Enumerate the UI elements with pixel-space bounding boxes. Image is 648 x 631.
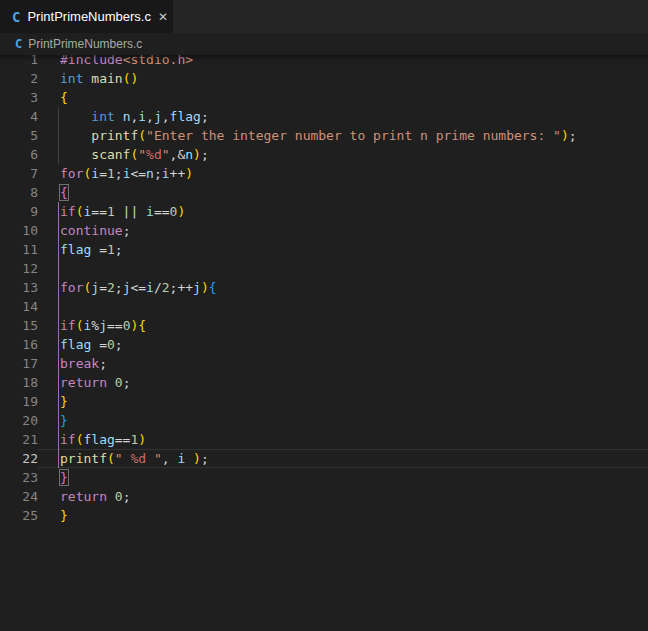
code-token: %d [130, 451, 146, 466]
code-token: j [193, 280, 201, 295]
breadcrumb-file-label: PrintPrimeNumbers.c [28, 37, 142, 51]
code-token: ; [154, 166, 162, 181]
code-token: 2 [107, 280, 115, 295]
code-line-content: } [38, 392, 648, 411]
code-line[interactable]: 7for(i=1;i<=n;i++) [0, 164, 648, 183]
code-line[interactable]: 3{ [0, 88, 648, 107]
line-number: 14 [0, 297, 38, 316]
code-token [107, 489, 115, 504]
code-token: == [115, 432, 131, 447]
active-bracket-guide [58, 335, 59, 354]
line-number: 3 [0, 88, 38, 107]
active-bracket-guide [58, 392, 59, 411]
active-bracket-guide [58, 259, 59, 278]
line-number: 21 [0, 430, 38, 449]
code-token: i [146, 280, 154, 295]
code-token: = [99, 280, 107, 295]
code-line[interactable]: 6 scanf("%d",&n); [0, 145, 648, 164]
active-bracket-guide [58, 411, 59, 430]
code-token: #include [60, 55, 123, 67]
indent-guide [58, 107, 59, 126]
code-token: 0 [107, 337, 115, 352]
code-token: int [91, 109, 114, 124]
line-number: 9 [0, 202, 38, 221]
active-bracket-guide [58, 430, 59, 449]
code-line-content: int n,i,j,flag; [38, 107, 648, 126]
code-token: ; [201, 147, 209, 162]
code-line-content [38, 259, 648, 278]
code-token: { [209, 280, 217, 295]
code-token: <= [130, 280, 146, 295]
code-token: if [60, 432, 76, 447]
code-token: = [91, 337, 107, 352]
code-token: j [99, 318, 107, 333]
code-line[interactable]: 1#include<stdio.h> [0, 55, 648, 69]
code-line[interactable]: 12 [0, 259, 648, 278]
code-token: n [185, 147, 193, 162]
line-number: 20 [0, 411, 38, 430]
code-token: = [99, 166, 107, 181]
code-token: i [162, 166, 170, 181]
active-bracket-guide [58, 316, 59, 335]
breadcrumb[interactable]: C PrintPrimeNumbers.c [0, 33, 648, 55]
code-line[interactable]: 14 [0, 297, 648, 316]
code-area[interactable]: 1#include<stdio.h>2int main()3{4 int n,i… [0, 55, 648, 525]
code-token: ; [123, 375, 131, 390]
matched-bracket: { [60, 185, 68, 200]
code-line[interactable]: 17break; [0, 354, 648, 373]
code-line[interactable]: 21if(flag==1) [0, 430, 648, 449]
code-line[interactable]: 24return 0; [0, 487, 648, 506]
code-token: 0 [115, 489, 123, 504]
code-token: scanf [91, 147, 130, 162]
code-line[interactable]: 18return 0; [0, 373, 648, 392]
code-token: } [60, 413, 68, 428]
editor[interactable]: 1#include<stdio.h>2int main()3{4 int n,i… [0, 55, 648, 631]
code-token: flag [83, 432, 114, 447]
code-token: 2 [162, 280, 170, 295]
code-token: 1 [107, 242, 115, 257]
code-token: ; [115, 337, 123, 352]
code-line[interactable]: 9if(i==1 || i==0) [0, 202, 648, 221]
line-number: 25 [0, 506, 38, 525]
code-token: continue [60, 223, 123, 238]
code-token: ; [115, 242, 123, 257]
tab-printprimenumbers[interactable]: C PrintPrimeNumbers.c ✕ [0, 0, 173, 33]
line-number: 8 [0, 183, 38, 202]
code-line[interactable]: 4 int n,i,j,flag; [0, 107, 648, 126]
code-token: return [60, 375, 107, 390]
code-line[interactable]: 19} [0, 392, 648, 411]
code-line[interactable]: 20} [0, 411, 648, 430]
code-token [185, 451, 193, 466]
code-line[interactable]: 13for(j=2;j<=i/2;++j){ [0, 278, 648, 297]
close-icon[interactable]: ✕ [158, 8, 168, 26]
code-line[interactable]: 2int main() [0, 69, 648, 88]
code-line[interactable]: 11flag =1; [0, 240, 648, 259]
code-line[interactable]: 23} [0, 468, 648, 487]
code-token: flag [170, 109, 201, 124]
code-token: { [138, 318, 146, 333]
line-number: 19 [0, 392, 38, 411]
code-line[interactable]: 25} [0, 506, 648, 525]
code-line[interactable]: 10continue; [0, 221, 648, 240]
active-bracket-guide [58, 354, 59, 373]
code-line[interactable]: 15if(i%j==0){ [0, 316, 648, 335]
code-line[interactable]: 22printf(" %d ", i ); [0, 449, 648, 468]
active-bracket-guide [58, 373, 59, 392]
code-token: % [91, 318, 99, 333]
code-token: %d [146, 147, 162, 162]
code-line-content: scanf("%d",&n); [38, 145, 648, 164]
line-number: 23 [0, 468, 38, 487]
code-token [107, 375, 115, 390]
code-line[interactable]: 8{ [0, 183, 648, 202]
code-line-content: } [38, 506, 648, 525]
code-token: , [162, 109, 170, 124]
line-number: 18 [0, 373, 38, 392]
code-token: if [60, 204, 76, 219]
code-token: j [154, 109, 162, 124]
code-line[interactable]: 5 printf("Enter the integer number to pr… [0, 126, 648, 145]
code-token: main [91, 71, 122, 86]
code-line[interactable]: 16flag =0; [0, 335, 648, 354]
code-token: ) [193, 451, 201, 466]
tab-label: PrintPrimeNumbers.c [27, 9, 151, 24]
code-token: break [60, 356, 99, 371]
